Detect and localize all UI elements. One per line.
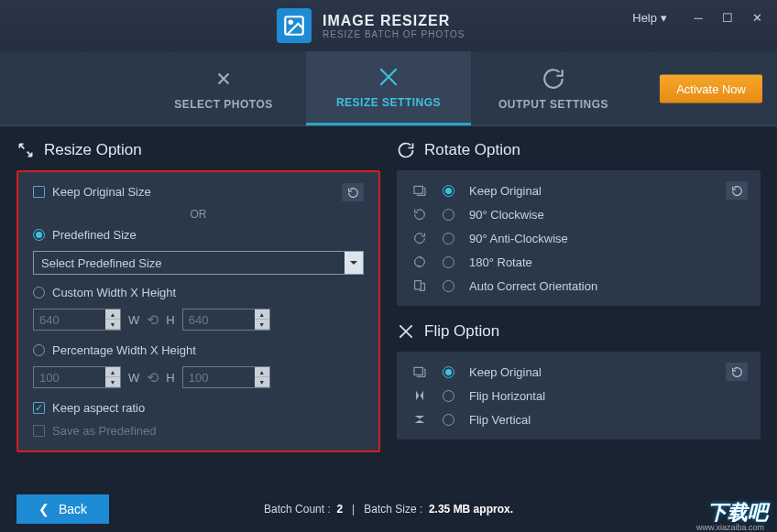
resize-header: Resize Option (16, 141, 380, 159)
rotate-reset-button[interactable] (726, 181, 748, 200)
flip-vert-icon (411, 412, 428, 427)
flip-vert-radio[interactable] (443, 414, 454, 426)
svg-point-3 (415, 257, 425, 267)
predefined-size-row: Predefined Size (33, 228, 364, 242)
flip-vert-row: Flip Vertical (411, 412, 746, 427)
main-content: Resize Option Keep Original Size OR Pred… (0, 126, 777, 485)
save-predefined-label: Save as Predefined (52, 424, 156, 438)
custom-wh-radio[interactable] (33, 287, 45, 299)
flip-icon (397, 322, 415, 341)
keep-original-size-checkbox[interactable] (33, 186, 45, 198)
rotate-icon (397, 141, 415, 159)
rotate-cw90-row: 90° Clockwise (411, 207, 746, 222)
expand-icon (16, 141, 35, 159)
resize-reset-button[interactable] (342, 183, 364, 201)
svg-rect-2 (414, 186, 422, 193)
flip-vert-label: Flip Vertical (469, 413, 531, 427)
or-divider: OR (33, 208, 364, 221)
flip-reset-button[interactable] (726, 363, 748, 381)
w-label: W (128, 313, 139, 327)
spinner-icon[interactable]: ▲▼ (255, 309, 269, 330)
spinner-icon[interactable]: ▲▼ (105, 309, 120, 330)
help-menu[interactable]: Help ▾ (632, 11, 667, 25)
flip-body: Keep Original Flip Horizontal Flip Verti… (397, 352, 761, 440)
chevron-left-icon: ❮ (38, 502, 49, 516)
undo-icon (731, 366, 743, 378)
custom-height-input[interactable]: 640▲▼ (182, 309, 270, 331)
minimize-button[interactable]: ─ (685, 7, 711, 27)
predefined-size-value: Select Predefined Size (41, 256, 162, 270)
custom-width-input[interactable]: 640▲▼ (33, 309, 121, 331)
resize-header-text: Resize Option (44, 141, 142, 159)
flip-keep-label: Keep Original (469, 365, 542, 379)
link-icon: ⟲ (147, 369, 159, 386)
percent-wh-label: Percentage Width X Height (52, 343, 196, 357)
undo-icon (347, 187, 359, 199)
back-button[interactable]: ❮ Back (16, 494, 109, 524)
back-label: Back (59, 502, 87, 516)
footer: ❮ Back Batch Count : 2 | Batch Size : 2.… (0, 486, 777, 532)
rotate-header: Rotate Option (397, 141, 761, 159)
flip-horiz-label: Flip Horizontal (469, 389, 545, 403)
link-icon: ⟲ (147, 311, 159, 329)
predefined-size-select[interactable]: Select Predefined Size (33, 251, 364, 275)
percent-wh-radio[interactable] (33, 344, 45, 356)
w-label: W (128, 371, 139, 385)
batch-size-value: 2.35 MB approx. (429, 503, 513, 516)
spinner-icon[interactable]: ▲▼ (255, 367, 269, 387)
percent-width-input[interactable]: 100▲▼ (33, 366, 121, 388)
rotate-cw90-radio[interactable] (443, 209, 454, 221)
flip-horiz-radio[interactable] (443, 390, 454, 402)
app-subtitle: RESIZE BATCH OF PHOTOS (323, 29, 465, 39)
batch-count-value: 2 (336, 503, 343, 516)
maximize-button[interactable]: ☐ (715, 7, 740, 27)
activate-now-button[interactable]: Activate Now (660, 74, 762, 103)
rotate-180-radio[interactable] (443, 256, 454, 268)
tab-resize-settings[interactable]: RESIZE SETTINGS (306, 51, 471, 125)
titlebar: IMAGE RESIZER RESIZE BATCH OF PHOTOS Hel… (0, 0, 777, 51)
chevron-down-icon: ▾ (661, 11, 667, 25)
svg-rect-5 (414, 367, 422, 375)
rotate-ccw90-radio[interactable] (443, 233, 454, 244)
tab-output-settings[interactable]: OUTPUT SETTINGS (471, 51, 636, 125)
dropdown-caret-icon (345, 252, 363, 274)
rotate-ccw90-label: 90° Anti-Clockwise (469, 232, 568, 245)
spinner-icon[interactable]: ▲▼ (105, 367, 120, 387)
app-logo (277, 8, 312, 43)
rotate-auto-row: Auto Correct Orientation (411, 278, 746, 293)
right-column: Rotate Option Keep Original 90° Clockwis… (397, 141, 761, 485)
batch-size-label: Batch Size : (364, 503, 422, 516)
percent-height-input[interactable]: 100▲▼ (182, 366, 270, 388)
rotate-body: Keep Original 90° Clockwise 90° Anti-Clo… (397, 170, 761, 306)
image-icon (411, 183, 428, 198)
flip-horiz-row: Flip Horizontal (411, 388, 746, 403)
tab-select-photos[interactable]: SELECT PHOTOS (141, 51, 306, 125)
predefined-size-radio[interactable] (33, 229, 45, 241)
save-predefined-checkbox[interactable] (33, 425, 45, 437)
resize-body: Keep Original Size OR Predefined Size Se… (16, 170, 380, 452)
keep-aspect-checkbox[interactable] (33, 402, 45, 414)
watermark-url: www.xiazaiba.com (696, 523, 764, 532)
percent-wh-inputs: 100▲▼ W ⟲ H 100▲▼ (33, 366, 364, 388)
rotate-ccw90-row: 90° Anti-Clockwise (411, 231, 746, 245)
tab-label: OUTPUT SETTINGS (498, 98, 608, 111)
tab-label: SELECT PHOTOS (174, 98, 273, 111)
flip-keep-row: Keep Original (411, 364, 746, 379)
close-button[interactable]: ✕ (744, 7, 770, 27)
rotate-keep-row: Keep Original (411, 183, 746, 198)
tabs-bar: SELECT PHOTOS RESIZE SETTINGS OUTPUT SET… (0, 51, 777, 126)
percent-wh-row: Percentage Width X Height (33, 343, 364, 357)
rotate-auto-label: Auto Correct Orientation (469, 279, 597, 293)
rotate-ccw-icon (411, 231, 428, 245)
flip-keep-radio[interactable] (443, 366, 454, 378)
rotate-auto-radio[interactable] (443, 280, 454, 292)
custom-wh-inputs: 640▲▼ W ⟲ H 640▲▼ (33, 309, 364, 331)
svg-point-1 (290, 21, 292, 24)
h-label: H (166, 371, 174, 385)
rotate-keep-radio[interactable] (443, 185, 454, 197)
rotate-cw-icon (411, 207, 428, 222)
custom-wh-label: Custom Width X Height (52, 286, 176, 299)
save-predefined-row: Save as Predefined (33, 424, 364, 438)
svg-rect-4 (415, 281, 421, 289)
auto-orient-icon (411, 278, 428, 293)
